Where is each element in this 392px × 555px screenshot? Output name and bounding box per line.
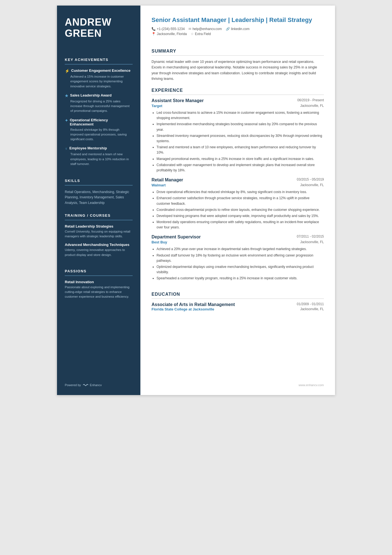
job-2-company: Walmart [152,183,166,187]
job-1-bullet-6: Collaborated with upper management to de… [157,162,324,173]
edu-1-header: Associate of Arts in Retail Management 0… [152,302,324,307]
mentorship-icon: ♀ [65,146,68,151]
location-text: Jacksonville, Florida [157,32,187,36]
efficiency-icon: ✦ [65,118,68,123]
achievement-item-1: ⚡ Customer Engagement Excellence Achieve… [65,68,133,89]
job-3-bullet-2: Reduced staff turnover by 18% by fosteri… [157,253,324,263]
job-1-location: Jacksonville, FL [300,104,324,108]
passion-1-title: Retail Innovation [65,280,133,284]
key-achievements-title: KEY ACHIEVEMENTS [65,58,133,62]
training-title: TRAINING / COURSES [65,213,133,218]
contact-extra: ☆ Extra Field [191,32,211,36]
main-header: Senior Assistant Manager | Leadership | … [152,16,324,37]
summary-divider [152,55,324,56]
contact-phone: 📞 +1-(234)-555-1234 [152,27,185,31]
edu-1-school: Florida State College at Jacksonville [152,307,214,311]
contact-row-2: 📍 Jacksonville, Florida ☆ Extra Field [152,32,324,36]
job-1-company: Target [152,104,162,108]
linkedin-icon: 🔗 [226,27,230,31]
achievement-3-title: Operational Efficiency Enhancement [70,118,133,126]
job-2-bullet-1: Drove operational efficiencies that redu… [157,189,324,195]
job-1: Assistant Store Manager 06/2019 - Presen… [152,98,324,177]
job-2-bullet-4: Developed training programs that were ad… [157,213,324,219]
footer-url: www.enhancv.com [299,383,324,387]
job-1-header: Assistant Store Manager 06/2019 - Presen… [152,98,324,103]
course-2-title: Advanced Merchandising Techniques [65,243,133,247]
enhancv-logo-svg [83,383,89,387]
location-icon: 📍 [152,32,156,36]
passions-title: PASSIONS [65,269,133,273]
job-1-dates: 06/2019 - Present [297,98,324,102]
job-3-company: Best Buy [152,240,167,244]
job-2-role: Retail Manager [152,177,183,182]
job-3-dates: 07/2011 - 02/2015 [297,235,324,238]
job-2-bullet-5: Monitored daily operations ensuring comp… [157,219,324,230]
sidebar: ANDREW GREEN KEY ACHIEVEMENTS ⚡ Customer… [57,6,140,395]
main-content: Senior Assistant Manager | Leadership | … [140,6,335,395]
skills-title: SKILLS [65,179,133,183]
star-extra-icon: ☆ [191,32,194,36]
job-2-bullets: Drove operational efficiencies that redu… [152,189,324,230]
achievement-2-title-row: ★ Sales Leadership Award [65,93,133,98]
job-2-bullet-2: Enhanced customer satisfaction through p… [157,196,324,206]
achievement-item-2: ★ Sales Leadership Award Recognized for … [65,93,133,114]
extra-text: Extra Field [195,32,211,36]
job-3-bullets: Achieved a 20% year-over-year increase i… [152,246,324,281]
course-item-1: Retail Leadership Strategies Cornell Uni… [65,224,133,239]
achievement-item-4: ♀ Employee Mentorship Trained and mentor… [65,146,133,166]
main-footer: www.enhancv.com [152,378,324,387]
job-3-bullet-1: Achieved a 20% year-over-year increase i… [157,246,324,252]
job-3-location: Jacksonville, FL [300,240,324,244]
achievement-2-desc: Recognized for driving a 25% sales incre… [65,99,133,114]
achievement-1-title: Customer Engagement Excellence [71,68,130,73]
training-divider [65,220,133,220]
enhancv-logo: Enhancv [83,383,102,387]
candidate-name: ANDREW GREEN [65,17,133,39]
email-text: help@enhancv.com [192,27,222,31]
job-1-bullet-5: Managed promotional events, resulting in… [157,156,324,162]
email-icon: ✉ [188,27,191,31]
passion-1-desc: Passionate about exploring and implement… [65,285,133,299]
achievement-4-desc: Trained and mentored a team of new emplo… [65,152,133,166]
job-3-bullet-4: Spearheaded a customer loyalty program, … [157,276,324,281]
passions-divider [65,275,133,276]
job-1-role: Assistant Store Manager [152,98,204,103]
phone-icon: 📞 [152,27,156,31]
achievement-4-title-row: ♀ Employee Mentorship [65,146,133,151]
job-3-bullet-3: Optimized departmental displays using cr… [157,264,324,275]
edu-1-location: Jacksonville, FL [300,307,324,311]
job-2-header: Retail Manager 03/2015 - 05/2019 [152,177,324,182]
contact-row: 📞 +1-(234)-555-1234 ✉ help@enhancv.com 🔗… [152,27,324,31]
achievement-4-title: Employee Mentorship [70,146,107,150]
achievement-1-desc: Achieved a 15% increase in customer enga… [65,74,133,89]
job-1-bullet-3: Streamlined inventory management process… [157,133,324,144]
job-2: Retail Manager 03/2015 - 05/2019 Walmart… [152,177,324,235]
job-2-dates: 03/2015 - 05/2019 [297,177,324,181]
experience-title: EXPERIENCE [152,88,324,93]
resume-container: ANDREW GREEN KEY ACHIEVEMENTS ⚡ Customer… [57,6,335,395]
course-1-title: Retail Leadership Strategies [65,224,133,228]
summary-title: SUMMARY [152,49,324,54]
course-item-2: Advanced Merchandising Techniques Udemy,… [65,243,133,257]
job-3: Department Supervisor 07/2011 - 02/2015 … [152,235,324,285]
job-3-sub: Best Buy Jacksonville, FL [152,240,324,244]
main-title: Senior Assistant Manager | Leadership | … [152,16,324,24]
achievement-item-3: ✦ Operational Efficiency Enhancement Red… [65,118,133,142]
job-3-header: Department Supervisor 07/2011 - 02/2015 [152,235,324,240]
experience-divider [152,95,324,95]
job-1-bullet-1: Led cross-functional teams to achieve a … [157,110,324,121]
job-2-sub: Walmart Jacksonville, FL [152,183,324,187]
edu-1-degree: Associate of Arts in Retail Management [152,302,235,307]
skills-text: Retail Operations, Merchandising, Strate… [65,189,133,206]
job-2-bullet-3: Coordinated cross-departmental projects … [157,207,324,213]
achievement-1-title-row: ⚡ Customer Engagement Excellence [65,68,133,73]
star-icon: ★ [65,93,68,98]
edu-1-sub: Florida State College at Jacksonville Ja… [152,307,324,311]
edu-1-dates: 01/2009 - 01/2011 [297,302,324,306]
job-1-bullet-4: Trained and mentored a team of 10 new em… [157,145,324,155]
job-1-bullets: Led cross-functional teams to achieve a … [152,110,324,173]
education-title: EDUCATION [152,292,324,297]
job-2-location: Jacksonville, FL [300,183,324,187]
lightning-icon: ⚡ [65,69,70,73]
summary-text: Dynamic retail leader with over 10 years… [152,59,324,82]
